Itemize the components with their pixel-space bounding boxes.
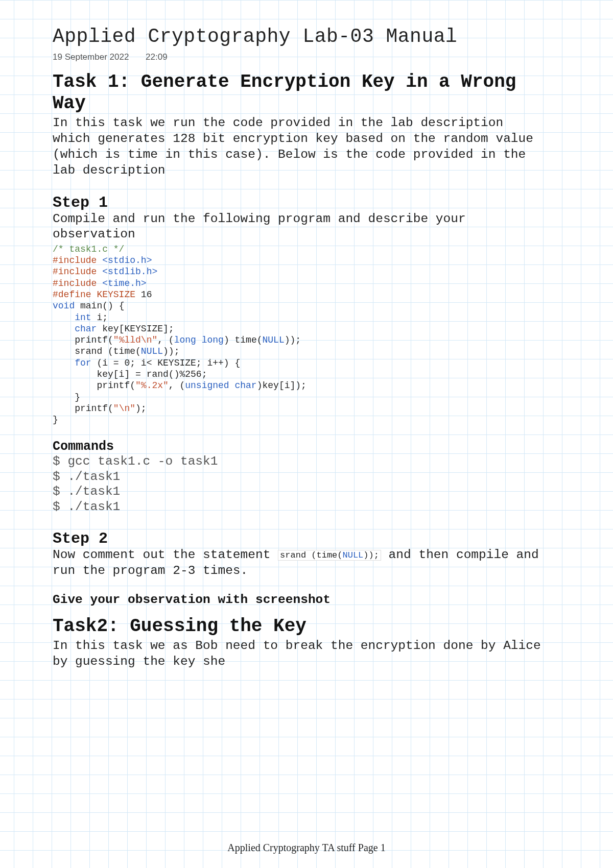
code-printf1-str: "%lld\n"	[113, 335, 157, 345]
task1-intro: In this task we run the code provided in…	[53, 115, 541, 178]
code-printf3-b: );	[135, 403, 147, 414]
code-include2-pre: #include	[53, 267, 102, 277]
code-define-pre: #define KEYSIZE	[53, 290, 141, 300]
document-date: 19 September 2022	[53, 52, 129, 62]
code-printf1-null: NULL	[263, 335, 285, 345]
code-key-line: key[i] = rand()%256;	[53, 369, 207, 379]
inline-code-null: NULL	[343, 550, 364, 560]
code-block-task1: /* task1.c */ #include <stdio.h> #includ…	[53, 244, 541, 426]
document-title: Applied Cryptography Lab-03 Manual	[53, 25, 541, 49]
code-int-kw: int	[53, 312, 91, 323]
document-meta: 19 September 2022 22:09	[53, 52, 541, 62]
step1-body: Compile and run the following program an…	[53, 211, 541, 243]
code-srand-b: ));	[163, 346, 179, 356]
code-printf3-a: printf(	[53, 403, 113, 414]
code-srand-null: NULL	[141, 346, 163, 356]
inline-code-srand: srand (time(NULL));	[278, 550, 381, 561]
page-footer: Applied Cryptography TA stuff Page 1	[0, 842, 613, 854]
code-comment: /* task1.c */	[53, 244, 124, 254]
code-printf1-b: , (	[157, 335, 174, 345]
code-srand-a: srand (time(	[53, 346, 141, 356]
code-main-rest: main() {	[75, 301, 124, 311]
commands-block: $ gcc task1.c -o task1 $ ./task1 $ ./tas…	[53, 454, 541, 515]
code-include3-pre: #include	[53, 278, 102, 288]
step2-heading: Step 2	[53, 530, 541, 547]
inline-code-a: srand (time(	[280, 550, 342, 560]
code-char-rest: key[KEYSIZE];	[97, 324, 174, 334]
code-printf2-str: "%.2x"	[135, 380, 169, 391]
code-printf2-a: printf(	[53, 380, 135, 391]
code-printf1-c: ) time(	[224, 335, 263, 345]
step2-text-a: Now comment out the statement	[53, 548, 278, 562]
code-include1-hdr: <stdio.h>	[102, 255, 152, 266]
code-for-rest: (i = 0; i< KEYSIZE; i++) {	[91, 358, 241, 368]
code-define-val: 16	[141, 290, 152, 300]
code-printf1-a: printf(	[53, 335, 113, 345]
code-brace1: }	[53, 392, 80, 402]
code-printf2-b: , (	[169, 380, 185, 391]
observation-prompt: Give your observation with screenshot	[53, 593, 541, 607]
commands-heading: Commands	[53, 439, 541, 454]
page-content: Applied Cryptography Lab-03 Manual 19 Se…	[0, 0, 541, 670]
step1-heading: Step 1	[53, 194, 541, 211]
code-brace2: }	[53, 415, 58, 425]
code-printf1-d: ));	[285, 335, 301, 345]
inline-code-b: ));	[363, 550, 379, 560]
document-time: 22:09	[146, 52, 168, 62]
code-printf2-c: )key[i]);	[257, 380, 306, 391]
code-main-kw: void	[53, 301, 75, 311]
step2-body: Now comment out the statement srand (tim…	[53, 547, 541, 578]
code-include1-pre: #include	[53, 255, 102, 266]
code-int-rest: i;	[91, 312, 108, 323]
task2-body: In this task we as Bob need to break the…	[53, 638, 541, 670]
code-for-kw: for	[53, 358, 91, 368]
code-printf1-kw: long long	[174, 335, 224, 345]
task1-heading: Task 1: Generate Encryption Key in a Wro…	[53, 71, 541, 115]
code-printf2-kw: unsigned char	[185, 380, 256, 391]
task2-heading: Task2: Guessing the Key	[53, 616, 541, 637]
code-include3-hdr: <time.h>	[102, 278, 146, 288]
code-include2-hdr: <stdlib.h>	[102, 267, 157, 277]
code-char-kw: char	[53, 324, 97, 334]
code-printf3-str: "\n"	[113, 403, 135, 414]
